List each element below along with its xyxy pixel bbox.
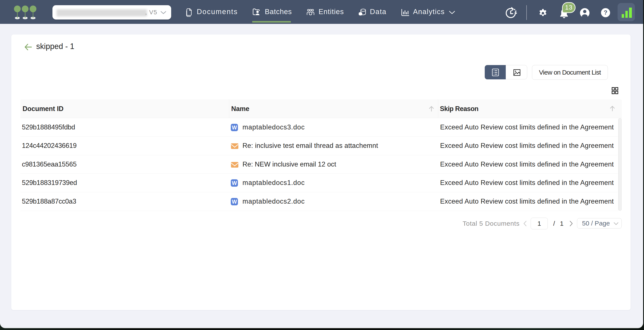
svg-text:?: ? (604, 9, 608, 16)
